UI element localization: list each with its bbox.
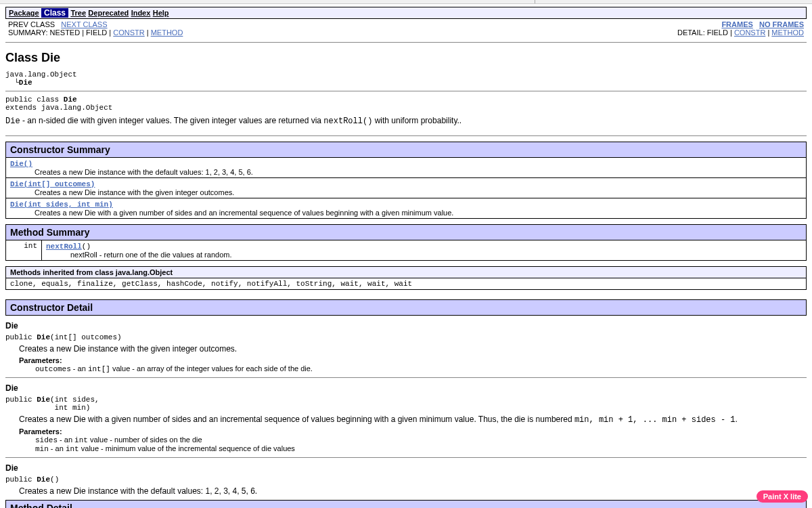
summary-label: SUMMARY: NESTED | FIELD | — [8, 28, 113, 37]
browser-chrome — [0, 0, 812, 4]
parameter-item: outcomes - an int[] value - an array of … — [35, 364, 807, 373]
constructor-detail-head: Constructor Detail — [5, 299, 807, 316]
constructor-desc: Creates a new Die instance with the give… — [35, 188, 802, 196]
constructor-summary-table: Constructor Summary Die() Creates a new … — [5, 142, 807, 219]
table-row: Die() Creates a new Die instance with th… — [6, 158, 807, 178]
constructor-summary-head: Constructor Summary — [6, 142, 807, 158]
nav-help[interactable]: Help — [153, 9, 169, 17]
constructor-link[interactable]: Die(int sides, int min) — [10, 200, 113, 209]
member-declaration: public Die() — [5, 475, 807, 484]
member-description: Creates a new Die with a given number of… — [19, 415, 807, 425]
method-desc: nextRoll - return one of the die values … — [70, 251, 802, 259]
member-declaration: public Die(int[] outcomes) — [5, 333, 807, 341]
top-subnav: PREV CLASS NEXT CLASS SUMMARY: NESTED | … — [5, 19, 807, 38]
constructor-desc: Creates a new Die instance with the defa… — [35, 168, 802, 176]
member-name: Die — [5, 463, 807, 473]
method-summary-table: Method Summary int nextRoll() nextRoll -… — [5, 224, 807, 261]
inherited-head: Methods inherited from class java.lang.O… — [6, 267, 807, 278]
watermark-badge: Paint X lite — [757, 490, 808, 503]
return-type: int — [6, 240, 42, 261]
class-description: Die - an n-sided die with given integer … — [5, 116, 807, 126]
summary-method-link[interactable]: METHOD — [151, 28, 183, 37]
constructor-desc: Creates a new Die with a given number of… — [35, 209, 802, 217]
table-row: Die(int[] outcomes) Creates a new Die in… — [6, 178, 807, 198]
class-title: Class Die — [5, 51, 807, 65]
noframes-link[interactable]: NO FRAMES — [759, 20, 804, 28]
member-declaration: public Die(int sides, int min) — [5, 396, 807, 412]
member-name: Die — [5, 383, 807, 393]
member-description: Creates a new Die instance with the defa… — [19, 486, 807, 496]
method-summary-head: Method Summary — [6, 225, 807, 240]
prev-class: PREV CLASS — [8, 20, 55, 28]
method-link[interactable]: nextRoll — [46, 242, 82, 251]
method-detail-head: Method Detail — [5, 500, 807, 508]
detail-constr-link[interactable]: CONSTR — [734, 28, 765, 37]
detail-method-link[interactable]: METHOD — [771, 28, 804, 37]
parameters-label: Parameters: — [19, 427, 807, 436]
detail-label: DETAIL: FIELD | — [677, 28, 734, 37]
frames-link[interactable]: FRAMES — [721, 20, 752, 28]
inherited-list: clone, equals, finalize, getClass, hashC… — [6, 278, 807, 290]
top-navbar: Package Class Tree Deprecated Index Help — [5, 7, 807, 19]
constructor-link[interactable]: Die() — [10, 160, 32, 168]
summary-constr-link[interactable]: CONSTR — [113, 28, 144, 37]
next-class-link[interactable]: NEXT CLASS — [61, 20, 107, 28]
parameter-item: sides - an int value - number of sides o… — [35, 436, 807, 444]
inherited-methods-table: Methods inherited from class java.lang.O… — [5, 266, 807, 290]
table-row: Die(int sides, int min) Creates a new Di… — [6, 198, 807, 219]
class-declaration: public class Die extends java.lang.Objec… — [5, 96, 807, 112]
member-description: Creates a new Die instance with the give… — [19, 344, 807, 354]
parameter-item: min - an int value - minimum value of th… — [35, 444, 807, 453]
parameters-label: Parameters: — [19, 356, 807, 364]
member-name: Die — [5, 321, 807, 331]
nav-class-selected: Class — [41, 8, 68, 18]
constructor-link[interactable]: Die(int[] outcomes) — [10, 180, 95, 188]
nav-tree[interactable]: Tree — [70, 9, 86, 17]
table-row: int nextRoll() nextRoll - return one of … — [6, 240, 807, 261]
nav-package[interactable]: Package — [9, 9, 39, 17]
nav-deprecated[interactable]: Deprecated — [88, 9, 129, 17]
type-hierarchy: java.lang.Object └Die — [5, 70, 807, 87]
nav-index[interactable]: Index — [131, 9, 151, 17]
